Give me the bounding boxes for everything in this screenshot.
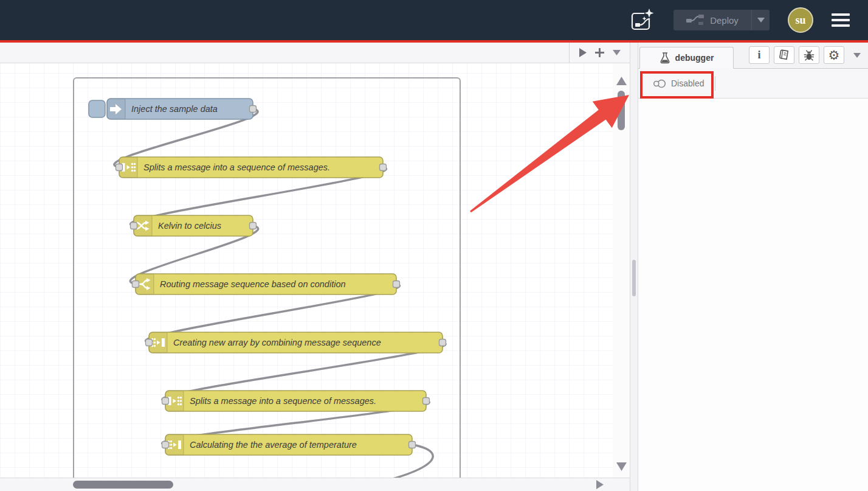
grid-background [0,63,613,478]
inject-trigger-button[interactable] [89,100,105,117]
node-output-port[interactable] [439,340,446,346]
add-flow-button[interactable] [595,48,604,57]
config-nodes-button[interactable]: ⚙ [824,46,844,64]
debug-messages-button[interactable] [799,46,819,64]
node-input-port[interactable] [131,223,137,229]
deploy-button-main[interactable]: Deploy [673,14,751,26]
flow-canvas-wrap: Inject the sample dataSplits a message i… [0,63,630,478]
workspace-tabbar [0,43,630,63]
flow-node-split2[interactable]: Splits a message into a sequence of mess… [162,391,430,411]
header-bar: Deploy su [0,0,868,40]
node-output-port[interactable] [250,223,257,229]
ai-flow-sparkle-icon [630,8,655,32]
node-input-port[interactable] [133,281,139,288]
vscroll-thumb[interactable] [618,91,625,130]
user-avatar[interactable]: su [788,7,813,33]
node-input-port[interactable] [162,398,169,405]
hscrollbar-track[interactable] [0,478,630,491]
next-tab-button[interactable] [579,48,587,57]
deploy-button[interactable]: Deploy [673,10,770,30]
flow-node-inject[interactable]: Inject the sample data [89,99,257,119]
separator-grip[interactable] [632,260,636,296]
node-label: Kelvin to celcius [158,221,221,231]
node-output-port[interactable] [250,106,257,113]
node-label: Calculating the the average of temperatu… [190,440,357,450]
help-button[interactable] [774,46,794,64]
sidebar-buttons: i [749,46,861,64]
node-output-port[interactable] [409,442,416,448]
node-output-port[interactable] [380,164,387,171]
node-input-port[interactable] [162,442,169,448]
node-label: Splits a message into a sequence of mess… [143,162,330,172]
toggle-off-icon [653,79,666,88]
node-input-port[interactable] [116,164,123,171]
flow-node-join1[interactable]: Creating new array by combining message … [146,332,446,353]
deploy-options-button[interactable] [751,10,770,30]
toolbar-divider [715,76,715,91]
node-label: Creating new array by combining message … [173,338,381,347]
main-menu-button[interactable] [832,13,850,27]
tabbar-controls [569,43,630,63]
hscroll-right-arrow[interactable] [596,480,604,489]
chevron-down-icon [853,53,861,58]
flow-node-split1[interactable]: Splits a message into a sequence of mess… [116,157,387,178]
flask-icon [660,52,670,64]
sidebar: debugger i [638,43,868,491]
tab-list-button[interactable] [613,50,621,55]
sidebar-content [638,99,868,491]
node-output-port[interactable] [423,398,430,405]
flow-node-change1[interactable]: Kelvin to celcius [131,215,257,236]
flow-node-join2[interactable]: Calculating the the average of temperatu… [162,434,416,455]
info-icon: i [756,49,762,61]
node-output-port[interactable] [393,281,400,288]
avatar-initials: su [795,14,805,27]
sidebar-more-button[interactable] [853,50,861,60]
node-label: Splits a message into a sequence of mess… [190,396,376,406]
node-label: Routing message sequence based on condit… [160,279,346,289]
svg-text:i: i [757,49,760,61]
disabled-label: Disabled [671,78,704,88]
sidebar-tab-debugger[interactable]: debugger [639,47,734,69]
deploy-flow-icon [686,14,704,26]
hscroll-thumb[interactable] [73,481,173,489]
deploy-label: Deploy [710,15,739,26]
workspace-column: Inject the sample dataSplits a message i… [0,43,630,491]
info-button[interactable]: i [749,46,770,64]
bug-icon [803,49,815,61]
node-red-app: Deploy su [0,0,868,491]
chevron-down-icon [757,18,765,23]
node-label: Inject the sample data [131,104,218,114]
ai-assistant-button[interactable] [630,8,655,32]
flow-canvas[interactable]: Inject the sample dataSplits a message i… [0,63,630,478]
debugger-disabled-toggle[interactable]: Disabled [647,75,710,91]
sidebar-separator[interactable] [630,43,638,491]
book-icon [778,49,790,61]
gear-icon: ⚙ [828,49,840,61]
sidebar-tabstrip: debugger i [638,43,868,69]
sidebar-tab-label: debugger [675,53,714,63]
sidebar-toolbar: Disabled [638,69,868,99]
hamburger-icon [832,13,850,16]
flow-node-switch1[interactable]: Routing message sequence based on condit… [133,274,400,294]
node-input-port[interactable] [146,340,153,346]
